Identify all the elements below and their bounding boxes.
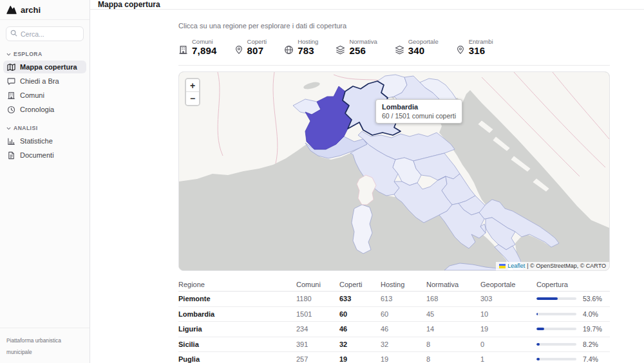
- col-regione: Regione: [178, 281, 296, 288]
- coverage-bar-track: [536, 313, 576, 315]
- platform-tagline: Piattaforma urbanistica municipale: [6, 337, 61, 355]
- table-row[interactable]: Sicilia3913232808.2%: [178, 337, 610, 353]
- zoom-out-button[interactable]: −: [186, 92, 199, 105]
- tooltip-coverage-text: 60 / 1501 comuni coperti: [382, 112, 456, 120]
- tooltip-region-name: Lombardia: [382, 103, 456, 111]
- building-icon: [7, 91, 15, 100]
- cell-comuni: 257: [296, 355, 339, 363]
- coverage-map[interactable]: + − Lombardia 60 / 1501 comuni coperti L…: [178, 71, 610, 271]
- sidebar-item-cronologia[interactable]: Cronologia: [3, 103, 86, 116]
- globe-icon: [284, 45, 294, 57]
- leaflet-link[interactable]: Leaflet: [507, 263, 525, 269]
- chat-icon: [7, 77, 15, 86]
- table-row[interactable]: Puglia2571919817.4%: [178, 352, 610, 363]
- layers-icon: [336, 45, 345, 57]
- stats-row: Comuni7,894 Coperti807 Hosting783: [178, 38, 610, 57]
- table-row[interactable]: Piemonte118063361316830353.6%: [178, 292, 610, 307]
- clock-icon: [7, 106, 15, 114]
- col-hosting: Hosting: [381, 281, 426, 288]
- map-hint-text: Clicca su una regione per esplorare i da…: [178, 22, 610, 30]
- cell-geoportale: 19: [480, 325, 536, 333]
- topbar: Mappa copertura: [90, 0, 644, 10]
- cell-coperti: 60: [339, 310, 381, 318]
- search-input[interactable]: [6, 26, 84, 41]
- map-pin-icon: [456, 45, 465, 57]
- section-esplora[interactable]: ESPLORA: [0, 51, 90, 57]
- sidebar: archi ESPLORA Mappa copertura Chiedi a B: [0, 0, 90, 363]
- sidebar-item-chiedi-a-bra[interactable]: Chiedi a Bra: [3, 75, 86, 88]
- coverage-bar-fill: [536, 358, 540, 360]
- app-window: archi ESPLORA Mappa copertura Chiedi a B: [0, 0, 644, 363]
- cell-normativa: 45: [426, 310, 480, 318]
- cell-copertura: 7.4%: [536, 355, 610, 363]
- region-name: Piemonte: [178, 295, 296, 302]
- building-icon: [178, 45, 188, 57]
- coverage-bar-track: [536, 343, 576, 346]
- coverage-percent: 8.2%: [583, 340, 598, 348]
- page-title: Mappa copertura: [98, 0, 160, 9]
- cell-normativa: 168: [426, 295, 480, 302]
- coverage-bar-fill: [536, 313, 538, 315]
- sidebar-item-comuni[interactable]: Comuni: [3, 89, 86, 102]
- chevron-down-icon: [6, 127, 11, 130]
- col-comuni: Comuni: [296, 281, 339, 288]
- region-name: Puglia: [178, 355, 296, 363]
- table-row[interactable]: Liguria2344646141919.7%: [178, 322, 610, 337]
- sidebar-item-documenti[interactable]: Documenti: [3, 149, 86, 162]
- cell-hosting: 46: [381, 325, 426, 333]
- table-body: Piemonte118063361316830353.6%Lombardia15…: [178, 292, 610, 363]
- cell-geoportale: 0: [480, 340, 536, 348]
- cell-comuni: 234: [296, 325, 339, 333]
- coverage-bar-track: [536, 328, 576, 330]
- bar-chart-icon: [7, 137, 15, 145]
- cell-coperti: 633: [339, 295, 381, 302]
- cell-copertura: 8.2%: [536, 340, 610, 348]
- map-attribution: Leaflet | © OpenStreetMap, © CARTO: [496, 262, 609, 270]
- region-name: Liguria: [178, 325, 296, 333]
- map-pin-icon: [234, 45, 243, 57]
- cell-normativa: 8: [426, 340, 480, 348]
- sidebar-item-statistiche[interactable]: Statistiche: [3, 135, 86, 147]
- cell-hosting: 32: [381, 340, 426, 348]
- cell-comuni: 1501: [296, 310, 339, 318]
- coverage-percent: 53.6%: [583, 295, 602, 302]
- zoom-in-button[interactable]: +: [186, 79, 199, 92]
- stat-geoportale: Geoportale340: [395, 38, 439, 57]
- coverage-bar-fill: [536, 328, 544, 330]
- table-row[interactable]: Lombardia1501606045104.0%: [178, 307, 610, 322]
- cell-geoportale: 303: [480, 295, 536, 302]
- col-normativa: Normativa: [426, 281, 480, 288]
- divider: [178, 65, 610, 66]
- coverage-percent: 4.0%: [583, 310, 598, 318]
- map-tooltip: Lombardia 60 / 1501 comuni coperti: [375, 99, 462, 124]
- cell-hosting: 19: [381, 355, 426, 363]
- coverage-bar-fill: [536, 343, 540, 346]
- region-name: Lombardia: [178, 310, 296, 318]
- col-coperti: Coperti: [339, 281, 381, 288]
- coverage-percent: 7.4%: [583, 355, 598, 363]
- sidebar-item-mappa-copertura[interactable]: Mappa copertura: [3, 60, 86, 73]
- brand-name: archi: [21, 5, 41, 15]
- cell-coperti: 19: [339, 355, 381, 363]
- coverage-bar-track: [536, 358, 576, 360]
- cell-comuni: 1180: [296, 295, 339, 302]
- sidebar-footer: Piattaforma urbanistica municipale: [0, 328, 90, 363]
- stat-coperti: Coperti807: [234, 38, 267, 57]
- layers-icon: [395, 45, 404, 57]
- chevron-down-icon: [6, 53, 11, 56]
- table-header: Regione Comuni Coperti Hosting Normativa…: [178, 277, 610, 292]
- cell-comuni: 391: [296, 340, 339, 348]
- archi-logo-icon: [6, 5, 17, 14]
- cell-coperti: 32: [339, 340, 381, 348]
- map-zoom-control: + −: [185, 78, 200, 106]
- cell-copertura: 19.7%: [536, 325, 610, 333]
- search-icon: [10, 30, 17, 37]
- cell-copertura: 53.6%: [536, 295, 610, 302]
- section-analisi[interactable]: ANALISI: [0, 125, 90, 131]
- coverage-percent: 19.7%: [583, 325, 602, 333]
- document-icon: [7, 151, 15, 160]
- ukraine-flag-icon: [499, 264, 506, 268]
- main-area: Mappa copertura Clicca su una regione pe…: [90, 0, 644, 363]
- cell-normativa: 8: [426, 355, 480, 363]
- stat-entrambi: Entrambi316: [456, 38, 493, 57]
